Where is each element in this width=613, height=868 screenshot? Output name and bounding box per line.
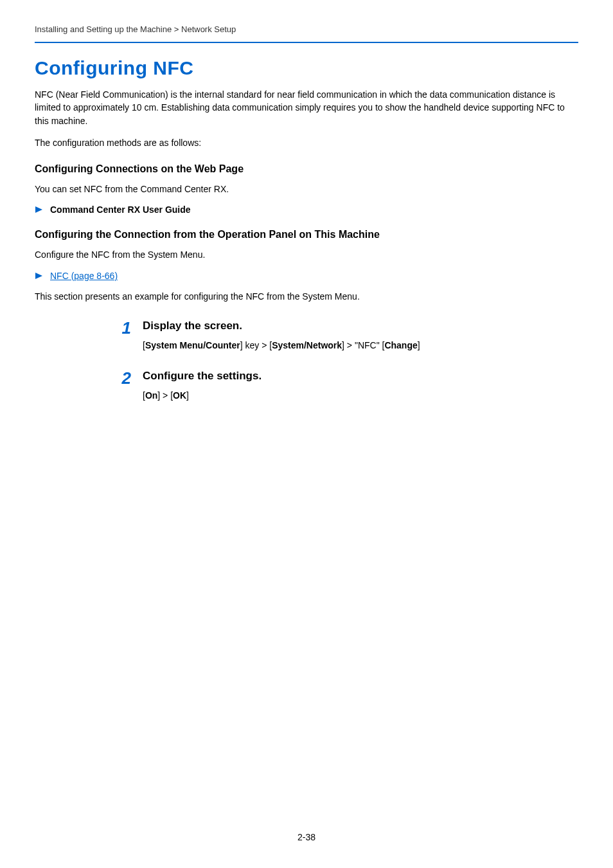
svg-marker-1 bbox=[35, 273, 42, 279]
page-number: 2-38 bbox=[0, 832, 613, 842]
step-1-title: Display the screen. bbox=[143, 320, 578, 332]
step-1-text-part: ] bbox=[418, 340, 420, 350]
svg-marker-0 bbox=[35, 206, 42, 213]
section-1-body: You can set NFC from the Command Center … bbox=[35, 183, 578, 195]
step-2-content: Configure the settings. [On] > [OK] bbox=[143, 370, 578, 401]
reference-row-1: Command Center RX User Guide bbox=[35, 204, 578, 215]
page-title: Configuring NFC bbox=[35, 57, 578, 79]
step-1-text-part: System Menu/Counter bbox=[145, 340, 240, 350]
breadcrumb: Installing and Setting up the Machine > … bbox=[35, 24, 578, 34]
step-2-title: Configure the settings. bbox=[143, 370, 578, 383]
arrow-right-icon bbox=[35, 271, 44, 280]
step-1-text-part: ] > "NFC" [ bbox=[342, 340, 384, 350]
step-1-text-part: Change bbox=[384, 340, 417, 350]
section-2-afterlink: This section presents an example for con… bbox=[35, 290, 578, 303]
step-2: 2 Configure the settings. [On] > [OK] bbox=[118, 370, 578, 401]
section-1-title: Configuring Connections on the Web Page bbox=[35, 163, 578, 175]
step-2-text-part: On bbox=[145, 390, 157, 401]
step-2-text-part: OK bbox=[173, 390, 186, 401]
step-1-text-part: System/Network bbox=[272, 340, 342, 350]
steps-container: 1 Display the screen. [System Menu/Count… bbox=[118, 320, 578, 401]
reference-1-text: Command Center RX User Guide bbox=[50, 204, 191, 215]
step-1-text-part: ] key > [ bbox=[240, 340, 272, 350]
step-1-number: 1 bbox=[118, 320, 131, 336]
step-2-text-part: ] bbox=[186, 390, 189, 401]
section-2-body: Configure the NFC from the System Menu. bbox=[35, 248, 578, 261]
reference-row-2: NFC (page 8-66) bbox=[35, 271, 578, 281]
intro-paragraph-2: The configuration methods are as follows… bbox=[35, 136, 578, 149]
step-2-number: 2 bbox=[118, 370, 131, 386]
section-2-title: Configuring the Connection from the Oper… bbox=[35, 229, 578, 240]
step-1-text: [System Menu/Counter] key > [System/Netw… bbox=[143, 340, 578, 350]
step-1: 1 Display the screen. [System Menu/Count… bbox=[118, 320, 578, 350]
header-divider bbox=[35, 42, 578, 43]
nfc-page-link[interactable]: NFC (page 8-66) bbox=[50, 271, 118, 281]
arrow-right-icon bbox=[35, 205, 44, 214]
step-2-text-part: ] > [ bbox=[157, 390, 173, 401]
step-2-text: [On] > [OK] bbox=[143, 390, 578, 401]
step-1-content: Display the screen. [System Menu/Counter… bbox=[143, 320, 578, 350]
intro-paragraph-1: NFC (Near Field Communication) is the in… bbox=[35, 88, 578, 127]
